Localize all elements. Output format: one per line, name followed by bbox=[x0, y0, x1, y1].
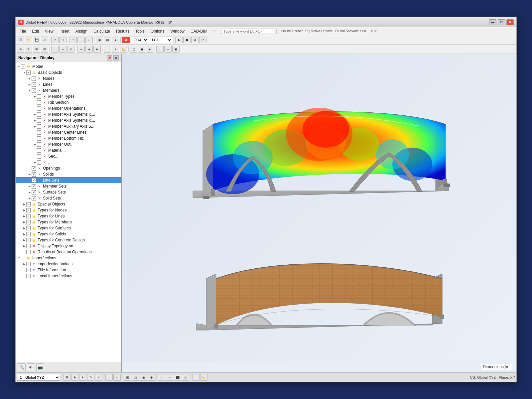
tree-maux[interactable]: ✕ Member Auxiliary Axis S... bbox=[16, 123, 121, 129]
maximize-button[interactable]: □ bbox=[498, 19, 505, 25]
tb-new[interactable]: ☰ bbox=[17, 37, 24, 43]
menu-edit[interactable]: Edit bbox=[29, 28, 42, 34]
coord-system-selector[interactable]: 1 - Global XYZ 2 - Local bbox=[17, 374, 60, 381]
tree-types-nodes[interactable]: ⭐ Types for Nodes bbox=[16, 207, 121, 213]
bt-display3[interactable]: ◼ bbox=[140, 374, 147, 381]
moutline-checkbox[interactable] bbox=[37, 142, 41, 147]
membersets-checkbox[interactable] bbox=[32, 184, 36, 189]
maxis1-checkbox[interactable] bbox=[37, 112, 41, 117]
bt-display4[interactable]: ◈ bbox=[148, 374, 155, 381]
tree-types-solids[interactable]: ⭐ Types for Solids bbox=[16, 231, 121, 237]
tb2-9[interactable]: ◄ bbox=[85, 46, 93, 53]
tree-maxis2[interactable]: ✕ Member Axis Systems x,... bbox=[16, 117, 121, 123]
bt-plane[interactable]: ▱ bbox=[113, 374, 121, 381]
tree-nodes[interactable]: ✕ Nodes bbox=[16, 75, 121, 81]
solidsets-checkbox[interactable] bbox=[32, 196, 36, 200]
tree-mbottom[interactable]: ✕ Member Bottom Fib... bbox=[16, 135, 121, 141]
tb-print[interactable]: 🖨 bbox=[41, 37, 48, 43]
nav-eye-btn[interactable]: 👁 bbox=[27, 363, 35, 371]
tb-zoom-out[interactable]: - bbox=[77, 37, 85, 43]
tb-view3[interactable]: ◈ bbox=[112, 37, 119, 43]
bt-snap1[interactable]: ⊞ bbox=[63, 374, 70, 381]
specobj-checkbox[interactable] bbox=[26, 202, 31, 206]
nav-camera-btn[interactable]: 📷 bbox=[36, 363, 44, 371]
tree-openings[interactable]: ✕ Openings bbox=[16, 165, 121, 171]
mbottom-checkbox[interactable] bbox=[37, 136, 41, 141]
menu-view[interactable]: View bbox=[42, 28, 56, 34]
nodes-checkbox[interactable] bbox=[32, 76, 36, 81]
bt-scale[interactable]: ⤢ bbox=[95, 374, 102, 381]
surfsets-expand[interactable] bbox=[28, 190, 32, 194]
tmembers-checkbox[interactable] bbox=[26, 220, 31, 224]
tb-color-btn[interactable]: 3 bbox=[122, 37, 130, 43]
maux-checkbox[interactable] bbox=[37, 124, 41, 129]
tb-view2[interactable]: ▤ bbox=[104, 37, 111, 43]
expand-license[interactable]: ✕ bbox=[374, 29, 377, 33]
tree-member-sets[interactable]: ✕ Member Sets bbox=[16, 183, 121, 189]
tree-title-information[interactable]: ⚙ Title Information bbox=[16, 267, 121, 273]
bt-measure-tool[interactable]: 📐 bbox=[200, 374, 207, 381]
tree-material[interactable]: ✕ Material... bbox=[16, 147, 121, 153]
tsurfaces-expand[interactable] bbox=[22, 226, 26, 230]
tb2-solid[interactable]: ◼ bbox=[138, 46, 145, 53]
bt-move[interactable]: ✦ bbox=[79, 374, 86, 381]
tb2-8[interactable]: ▲ bbox=[77, 46, 85, 53]
tb2-measure[interactable]: 📐 bbox=[120, 46, 127, 53]
tnodes-expand[interactable] bbox=[22, 208, 26, 212]
nav-pin-button[interactable]: 📌 bbox=[107, 55, 112, 61]
tb2-6[interactable]: ↔ bbox=[59, 46, 66, 53]
morient-checkbox[interactable] bbox=[37, 106, 41, 111]
tree-types-surfaces[interactable]: ⭐ Types for Surfaces bbox=[16, 225, 121, 231]
tb-settings[interactable]: ⚙ bbox=[191, 37, 199, 43]
tlines-expand[interactable] bbox=[22, 214, 26, 218]
tree-types-lines[interactable]: ⭐ Types for Lines bbox=[16, 213, 121, 219]
maxis2-checkbox[interactable] bbox=[37, 118, 41, 123]
viewport[interactable]: Dimensions [m] bbox=[122, 54, 516, 372]
tb-redo[interactable]: ↪ bbox=[59, 37, 66, 43]
linesets-checkbox[interactable] bbox=[32, 178, 36, 183]
tb2-10[interactable]: ► bbox=[93, 46, 101, 53]
tree-member-orientations[interactable]: ✕ Member Orientations bbox=[16, 105, 121, 111]
rib-checkbox[interactable] bbox=[37, 100, 41, 105]
menu-calculate[interactable]: Calculate bbox=[91, 28, 113, 34]
dtopology-expand[interactable] bbox=[22, 244, 26, 248]
tree-basic-objects[interactable]: 🗂 Basic Objects bbox=[16, 69, 121, 75]
imperf-expand[interactable] bbox=[17, 256, 21, 260]
tb-save[interactable]: 💾 bbox=[33, 37, 40, 43]
tree-model[interactable]: 📁 Model bbox=[16, 64, 121, 69]
maxis2-expand[interactable] bbox=[33, 118, 37, 122]
impval-checkbox[interactable] bbox=[26, 262, 31, 266]
tree-types-members[interactable]: ⭐ Types for Members bbox=[16, 219, 121, 225]
tree-member-types[interactable]: ✕ Member Types bbox=[16, 93, 121, 99]
titleinfo-checkbox[interactable] bbox=[26, 268, 31, 272]
tree-imperfection-values[interactable]: ⚙ Imperfection Values bbox=[16, 261, 121, 267]
tconcrete-checkbox[interactable] bbox=[26, 238, 31, 242]
maux-expand[interactable] bbox=[33, 124, 37, 128]
tb2-snap[interactable]: ✦ bbox=[112, 46, 119, 53]
bt-view-side[interactable]: → bbox=[166, 374, 173, 381]
tb-run[interactable]: ▶ bbox=[175, 37, 183, 43]
dtopology-checkbox[interactable] bbox=[26, 244, 31, 248]
lines-expand[interactable] bbox=[28, 82, 32, 86]
tb-open[interactable]: 📁 bbox=[25, 37, 32, 43]
tb2-7[interactable]: ↗ bbox=[67, 46, 74, 53]
nav-close-button[interactable]: ✕ bbox=[113, 55, 119, 61]
tree-special-objects[interactable]: ⭐ Special Objects bbox=[16, 201, 121, 207]
bt-axis[interactable]: ⊥ bbox=[105, 374, 113, 381]
tnodes-checkbox[interactable] bbox=[26, 208, 31, 212]
tb2-surf[interactable]: ▣ bbox=[172, 46, 180, 53]
tconcrete-expand[interactable] bbox=[22, 238, 26, 242]
menu-window[interactable]: Window bbox=[168, 28, 187, 34]
trunc-checkbox[interactable] bbox=[37, 160, 41, 165]
tree-display-topology[interactable]: ✕ Display Topology on bbox=[16, 243, 121, 249]
tree-types-concrete[interactable]: ⭐ Types for Concrete Design bbox=[16, 237, 121, 243]
openings-checkbox[interactable] bbox=[32, 166, 36, 171]
tb2-render[interactable]: ◈ bbox=[146, 46, 153, 53]
tree-members[interactable]: ✕ Members bbox=[16, 87, 121, 93]
tmembers-expand[interactable] bbox=[22, 220, 26, 224]
members-checkbox[interactable] bbox=[32, 88, 36, 93]
keyword-search[interactable] bbox=[221, 29, 274, 34]
menu-results[interactable]: Results bbox=[113, 28, 132, 34]
load-case-selector[interactable]: CO4 CO3 CO2 bbox=[131, 37, 148, 43]
bt-view-front[interactable]: ↑ bbox=[158, 374, 165, 381]
